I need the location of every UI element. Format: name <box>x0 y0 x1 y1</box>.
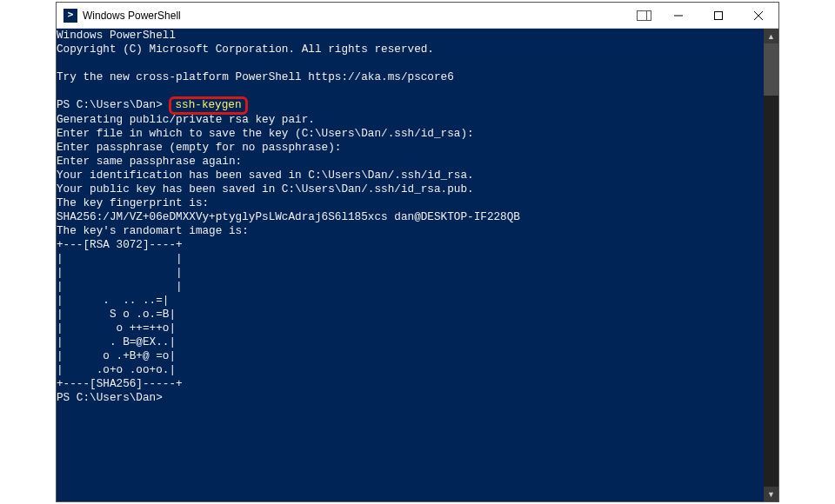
prompt-prefix: PS C:\Users\Dan> <box>57 98 169 111</box>
output-line: Enter file in which to save the key (C:\… <box>57 127 474 140</box>
powershell-icon <box>63 9 77 23</box>
output-line: The key fingerprint is: <box>57 196 209 209</box>
window-title: Windows PowerShell <box>83 10 630 22</box>
output-line: SHA256:/JM/VZ+06eDMXXVy+ptyglyPsLWcAdraj… <box>57 210 520 223</box>
randomart-line: | | <box>57 252 183 265</box>
maximize-button[interactable] <box>698 3 738 29</box>
randomart-line: | o ++=++o| <box>57 322 176 335</box>
titlebar-controls <box>630 3 778 28</box>
console-area: Windows PowerShell Copyright (C) Microso… <box>57 29 778 501</box>
randomart-line: | . .. ..=| <box>57 294 169 307</box>
scrollbar-track[interactable] <box>764 43 778 487</box>
randomart-line: | o .+B+@ =o| <box>57 349 176 362</box>
header-line: Windows PowerShell <box>57 29 176 42</box>
scroll-up-button[interactable]: ▲ <box>764 29 778 43</box>
scroll-down-button[interactable]: ▼ <box>764 487 778 501</box>
scrollbar-thumb[interactable] <box>764 43 778 96</box>
output-line: Enter same passphrase again: <box>57 155 242 168</box>
vertical-scrollbar[interactable]: ▲ ▼ <box>764 29 778 501</box>
copyright-line: Copyright (C) Microsoft Corporation. All… <box>57 43 434 56</box>
randomart-line: | S o .o.=B| <box>57 308 176 321</box>
randomart-line: | .o+o .oo+o.| <box>57 363 176 376</box>
svg-rect-1 <box>647 11 651 21</box>
randomart-line: | | <box>57 280 183 293</box>
titlebar[interactable]: Windows PowerShell <box>57 3 778 29</box>
console-output[interactable]: Windows PowerShell Copyright (C) Microso… <box>57 29 764 501</box>
randomart-line: | . B=@EX..| <box>57 335 176 348</box>
tablet-mode-icon[interactable] <box>630 3 658 29</box>
output-line: Enter passphrase (empty for no passphras… <box>57 141 341 154</box>
powershell-window: Windows PowerShell Windows PowerShell Co… <box>56 2 779 502</box>
svg-rect-0 <box>638 11 651 21</box>
hint-line: Try the new cross-platform PowerShell ht… <box>57 70 454 83</box>
randomart-line: +---[RSA 3072]----+ <box>57 238 183 251</box>
output-line: Your identification has been saved in C:… <box>57 169 474 182</box>
command-highlight-box: ssh-keygen <box>169 96 247 115</box>
randomart-line: +----[SHA256]-----+ <box>57 377 183 390</box>
svg-rect-3 <box>715 12 723 20</box>
close-button[interactable] <box>738 3 778 29</box>
output-line: The key's randomart image is: <box>57 224 249 237</box>
output-line: Your public key has been saved in C:\Use… <box>57 182 474 196</box>
entered-command: ssh-keygen <box>175 98 241 111</box>
prompt-line: PS C:\Users\Dan> <box>57 391 163 404</box>
minimize-button[interactable] <box>658 3 698 29</box>
randomart-line: | | <box>57 266 183 279</box>
output-line: Generating public/private rsa key pair. <box>57 113 315 126</box>
